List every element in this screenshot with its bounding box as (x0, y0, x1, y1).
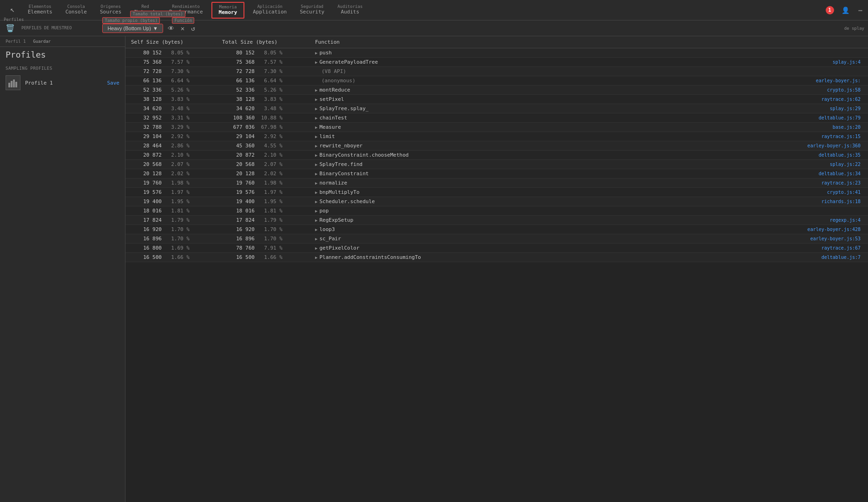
func-link[interactable]: earley-boyer.js:428 (808, 227, 864, 232)
self-size-value: 32 952 (129, 115, 162, 121)
table-row[interactable]: 66 136 6.64 % 66 136 6.64 % (anonymous) … (125, 76, 868, 86)
nav-security[interactable]: Seguridad Security (293, 0, 331, 20)
func-link[interactable]: deltablue.js:35 (819, 152, 864, 158)
func-link[interactable]: deltablue.js:7 (822, 255, 864, 260)
total-size-pct: 2.07 % (256, 161, 283, 167)
total-size-value: 29 104 (222, 133, 255, 139)
expand-arrow-icon: ▶ (315, 227, 317, 232)
self-size-pct: 5.26 % (164, 87, 190, 93)
func-link[interactable]: splay.js:4 (833, 59, 864, 65)
focus-icon[interactable]: 👁 (166, 23, 176, 34)
cell-function: ▶ GeneratePayloadTree splay.js:4 (311, 59, 868, 65)
table-row[interactable]: 80 152 8.05 % 80 152 8.05 % ▶ push (125, 48, 868, 58)
func-link[interactable]: crypto.js:41 (827, 190, 864, 195)
nav-memory[interactable]: Memoria Memory (211, 2, 245, 19)
sampling-profiles-label: SAMPLING PROFILES (0, 62, 125, 73)
col-total-size-header: Total Size (bytes) (218, 39, 311, 45)
svg-rect-1 (11, 81, 13, 87)
func-link[interactable]: raytrace.js:23 (822, 180, 864, 185)
error-badge[interactable]: 1 (826, 6, 834, 14)
self-size-value: 72 728 (129, 68, 162, 74)
cell-self-size: 16 800 1.69 % (125, 245, 218, 251)
self-size-pct: 7.57 % (164, 59, 190, 65)
table-row[interactable]: 75 368 7.57 % 75 368 7.57 % ▶ GeneratePa… (125, 58, 868, 67)
profile-item[interactable]: Profile 1 Save (0, 73, 125, 93)
clear-icon[interactable]: ✕ (179, 23, 186, 34)
table-row[interactable]: 19 400 1.95 % 19 400 1.95 % ▶ Scheduler.… (125, 197, 868, 206)
func-link[interactable]: earley-boyer.js: (816, 78, 864, 83)
nav-audits[interactable]: Auditorías Audits (331, 0, 369, 20)
total-size-pct: 1.79 % (256, 217, 283, 223)
self-size-pct: 1.97 % (164, 189, 190, 195)
table-row[interactable]: 28 464 2.86 % 45 360 4.55 % ▶ rewrite_nb… (125, 141, 868, 151)
total-size-value: 19 576 (222, 189, 255, 195)
table-row[interactable]: 32 952 3.31 % 108 360 10.88 % ▶ chainTes… (125, 113, 868, 123)
table-row[interactable]: 16 500 1.66 % 16 500 1.66 % ▶ Planner.ad… (125, 253, 868, 262)
func-link[interactable]: splay.js:22 (830, 162, 864, 167)
func-link[interactable]: raytrace.js:67 (822, 245, 864, 251)
view-dropdown[interactable]: Heavy (Bottom Up) ▼ (102, 24, 163, 33)
self-size-value: 20 568 (129, 161, 162, 167)
total-size-value: 38 128 (222, 96, 255, 102)
self-size-pct: 8.05 % (164, 50, 190, 56)
nav-application[interactable]: Aplicación Application (246, 0, 293, 20)
profile-save-link[interactable]: Save (107, 80, 120, 86)
self-size-value: 52 336 (129, 87, 162, 93)
cell-total-size: 16 896 1.70 % (218, 236, 311, 242)
total-size-value: 677 036 (222, 124, 255, 130)
total-size-value: 19 760 (222, 180, 255, 186)
function-name: bnpMultiplyTo (319, 189, 359, 195)
table-row[interactable]: 34 620 3.48 % 34 620 3.48 % ▶ SplayTree.… (125, 104, 868, 113)
func-link[interactable]: raytrace.js:15 (822, 134, 864, 139)
table-row[interactable]: 52 336 5.26 % 52 336 5.26 % ▶ montReduce… (125, 86, 868, 95)
total-size-value: 108 360 (222, 115, 255, 121)
total-size-value: 52 336 (222, 87, 255, 93)
self-size-pct: 2.07 % (164, 161, 190, 167)
profile-icon (6, 75, 20, 90)
table-row[interactable]: 29 104 2.92 % 29 104 2.92 % ▶ limit rayt… (125, 132, 868, 141)
table-row[interactable]: 32 788 3.29 % 677 036 67.98 % ▶ Measure … (125, 123, 868, 132)
func-link[interactable]: earley-boyer.js:360 (808, 143, 864, 148)
reload-icon[interactable]: ↺ (189, 23, 197, 34)
table-row[interactable]: 18 016 1.81 % 18 016 1.81 % ▶ pop (125, 206, 868, 216)
cell-total-size: 677 036 67.98 % (218, 124, 311, 130)
cell-total-size: 45 360 4.55 % (218, 143, 311, 149)
table-row[interactable]: 16 800 1.69 % 78 760 7.91 % ▶ getPixelCo… (125, 244, 868, 253)
table-row[interactable]: 72 728 7.30 % 72 728 7.30 % (V8 API) (125, 67, 868, 76)
function-name: loop3 (319, 226, 335, 232)
func-link[interactable]: raytrace.js:62 (822, 97, 864, 102)
cell-total-size: 34 620 3.48 % (218, 106, 311, 112)
func-link[interactable]: regexp.js:4 (830, 218, 864, 223)
view-dropdown-label: Heavy (Bottom Up) (107, 26, 151, 31)
table-row[interactable]: 19 760 1.98 % 19 760 1.98 % ▶ normalize … (125, 178, 868, 188)
self-size-pct: 3.31 % (164, 115, 190, 121)
save-link[interactable]: Guardar (33, 39, 51, 44)
table-row[interactable]: 19 576 1.97 % 19 576 1.97 % ▶ bnpMultipl… (125, 188, 868, 197)
func-link[interactable]: deltablue.js:79 (819, 115, 864, 120)
self-size-pct: 1.79 % (164, 217, 190, 223)
more-icon[interactable]: ⋯ (857, 5, 864, 16)
table-row[interactable]: 20 128 2.02 % 20 128 2.02 % ▶ BinaryCons… (125, 169, 868, 178)
clear-profiles-icon[interactable]: 🗑️ (4, 22, 17, 34)
func-link[interactable]: crypto.js:58 (827, 87, 864, 92)
table-row[interactable]: 20 872 2.10 % 20 872 2.10 % ▶ BinaryCons… (125, 151, 868, 160)
table-row[interactable]: 38 128 3.83 % 38 128 3.83 % ▶ setPixel r… (125, 95, 868, 104)
nav-elements[interactable]: Elementos Elements (21, 0, 59, 20)
total-size-value: 66 136 (222, 78, 255, 84)
table-row[interactable]: 16 920 1.70 % 16 920 1.70 % ▶ loop3 earl… (125, 225, 868, 234)
cell-self-size: 16 896 1.70 % (125, 236, 218, 242)
table-row[interactable]: 17 824 1.79 % 17 824 1.79 % ▶ RegExpSetu… (125, 216, 868, 225)
self-size-pct: 1.70 % (164, 226, 190, 232)
func-link[interactable]: richards.js:18 (822, 199, 864, 204)
table-row[interactable]: 16 896 1.70 % 16 896 1.70 % ▶ sc_Pair ea… (125, 234, 868, 244)
total-size-pct: 2.10 % (256, 152, 283, 158)
nav-console[interactable]: Consola Console (59, 0, 93, 20)
func-link[interactable]: deltablue.js:34 (819, 171, 864, 176)
func-link[interactable]: earley-boyer.js:53 (810, 236, 864, 241)
total-size-pct: 10.88 % (256, 115, 283, 121)
expand-arrow-icon: ▶ (315, 153, 317, 158)
table-row[interactable]: 20 568 2.07 % 20 568 2.07 % ▶ SplayTree.… (125, 160, 868, 169)
func-link[interactable]: base.js:20 (833, 125, 864, 130)
feedback-icon[interactable]: 👤 (840, 5, 851, 16)
func-link[interactable]: splay.js:29 (830, 106, 864, 111)
